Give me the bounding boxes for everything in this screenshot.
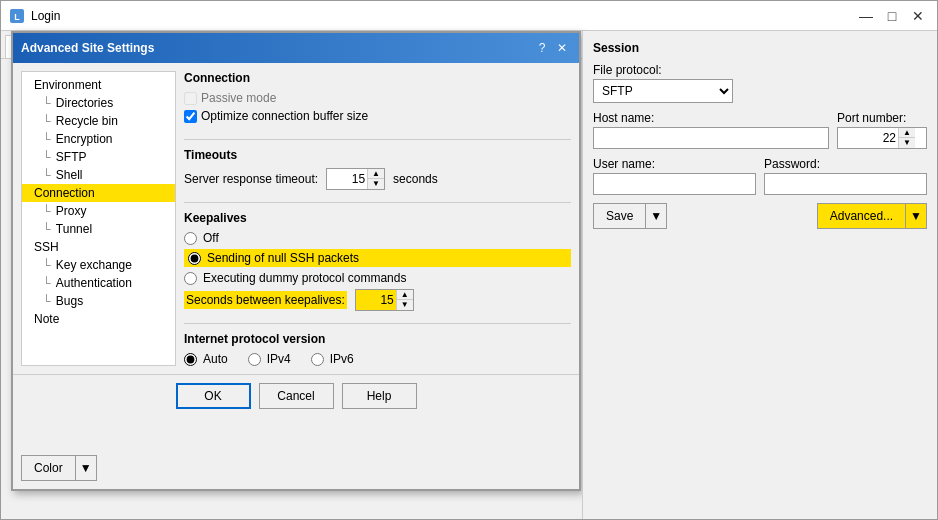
nav-sftp[interactable]: └ SFTP bbox=[22, 148, 175, 166]
keepalive-seconds-spinbtns: ▲ ▼ bbox=[396, 290, 413, 310]
maximize-button[interactable]: □ bbox=[881, 5, 903, 27]
advanced-button[interactable]: Advanced... ▼ bbox=[817, 203, 927, 229]
port-up[interactable]: ▲ bbox=[899, 128, 915, 138]
keepalive-seconds-spinner: 15 ▲ ▼ bbox=[355, 289, 414, 311]
user-name-input[interactable] bbox=[593, 173, 756, 195]
ok-button[interactable]: OK bbox=[176, 383, 251, 409]
ip-v4-label: IPv4 bbox=[248, 352, 291, 366]
keepalives-section: Keepalives Off Sending of null SSH packe… bbox=[184, 202, 571, 311]
passive-mode-checkbox[interactable] bbox=[184, 92, 197, 105]
nav-authentication-label: Authentication bbox=[56, 276, 132, 290]
svg-text:L: L bbox=[14, 12, 20, 22]
keepalive-seconds-label: Seconds between keepalives: bbox=[184, 291, 347, 309]
color-button[interactable]: Color ▼ bbox=[21, 455, 97, 481]
password-field: Password: bbox=[764, 157, 927, 195]
color-btn-arrow[interactable]: ▼ bbox=[75, 456, 96, 480]
ip-v4-text: IPv4 bbox=[267, 352, 291, 366]
main-content: Advanced Site Settings ? ✕ Environment └… bbox=[1, 59, 937, 519]
optimize-row: Optimize connection buffer size bbox=[184, 109, 571, 123]
nav-environment-label: Environment bbox=[34, 78, 101, 92]
help-button[interactable]: Help bbox=[342, 383, 417, 409]
file-protocol-row: File protocol: SFTP FTP SCP WebDAV S3 bbox=[593, 63, 927, 103]
save-btn-label: Save bbox=[594, 209, 645, 223]
close-window-button[interactable]: ✕ bbox=[907, 5, 929, 27]
session-action-row: Save ▼ Advanced... ▼ bbox=[593, 203, 927, 229]
nav-directories-label: Directories bbox=[56, 96, 113, 110]
keepalives-title: Keepalives bbox=[184, 211, 571, 225]
nav-bugs[interactable]: └ Bugs bbox=[22, 292, 175, 310]
connection-section-title: Connection bbox=[184, 71, 571, 85]
nav-shell-label: Shell bbox=[56, 168, 83, 182]
optimize-checkbox[interactable] bbox=[184, 110, 197, 123]
window-title: Login bbox=[31, 9, 855, 23]
port-down[interactable]: ▼ bbox=[899, 138, 915, 148]
passive-mode-row: Passive mode bbox=[184, 91, 571, 105]
nav-proxy-label: Proxy bbox=[56, 204, 87, 218]
nav-key-exchange[interactable]: └ Key exchange bbox=[22, 256, 175, 274]
timeouts-section: Timeouts Server response timeout: 15 ▲ ▼… bbox=[184, 139, 571, 190]
file-protocol-select[interactable]: SFTP FTP SCP WebDAV S3 bbox=[593, 79, 733, 103]
advanced-settings-dialog: Advanced Site Settings ? ✕ Environment └… bbox=[11, 59, 581, 491]
nav-authentication[interactable]: └ Authentication bbox=[22, 274, 175, 292]
ip-radio-group: Auto IPv4 IPv6 bbox=[184, 352, 571, 366]
nav-tree: Environment └ Directories └ Recycle bin … bbox=[21, 71, 176, 366]
nav-shell[interactable]: └ Shell bbox=[22, 166, 175, 184]
keepalive-null-radio[interactable] bbox=[188, 252, 201, 265]
host-name-field: Host name: bbox=[593, 111, 829, 149]
seconds-label: seconds bbox=[393, 172, 438, 186]
ip-auto-radio[interactable] bbox=[184, 353, 197, 366]
keepalive-off-radio[interactable] bbox=[184, 232, 197, 245]
outer-window: L Login — □ ✕ S New Site ✕ ▲ Advanced Si… bbox=[0, 0, 938, 520]
content-panel: Connection Passive mode Optimize connect… bbox=[184, 71, 571, 366]
keepalive-off-text: Off bbox=[203, 231, 219, 245]
session-panel: Session File protocol: SFTP FTP SCP WebD… bbox=[582, 59, 937, 519]
file-protocol-label: File protocol: bbox=[593, 63, 927, 77]
ip-section: Internet protocol version Auto IPv4 bbox=[184, 323, 571, 366]
nav-tunnel-label: Tunnel bbox=[56, 222, 92, 236]
nav-recycle-bin-label: Recycle bin bbox=[56, 114, 118, 128]
nav-bugs-label: Bugs bbox=[56, 294, 83, 308]
save-button[interactable]: Save ▼ bbox=[593, 203, 667, 229]
nav-ssh[interactable]: SSH bbox=[22, 238, 175, 256]
timeouts-title: Timeouts bbox=[184, 148, 571, 162]
nav-environment[interactable]: Environment bbox=[22, 76, 175, 94]
server-response-spinbtns: ▲ ▼ bbox=[367, 169, 384, 189]
keepalive-seconds-up[interactable]: ▲ bbox=[397, 290, 413, 300]
keepalive-seconds-down[interactable]: ▼ bbox=[397, 300, 413, 310]
nav-connection-label: Connection bbox=[34, 186, 95, 200]
nav-tunnel[interactable]: └ Tunnel bbox=[22, 220, 175, 238]
nav-note[interactable]: Note bbox=[22, 310, 175, 328]
app-icon: L bbox=[9, 8, 25, 24]
nav-ssh-label: SSH bbox=[34, 240, 59, 254]
ip-v6-radio[interactable] bbox=[311, 353, 324, 366]
dialog-footer: Color ▼ OK Cancel Help bbox=[13, 374, 579, 417]
nav-connection[interactable]: Connection bbox=[22, 184, 175, 202]
password-input[interactable] bbox=[764, 173, 927, 195]
keepalive-seconds-input[interactable]: 15 bbox=[356, 290, 396, 310]
port-number-label: Port number: bbox=[837, 111, 927, 125]
host-name-input[interactable] bbox=[593, 127, 829, 149]
nav-directories[interactable]: └ Directories bbox=[22, 94, 175, 112]
title-bar: L Login — □ ✕ bbox=[1, 1, 937, 31]
server-response-row: Server response timeout: 15 ▲ ▼ seconds bbox=[184, 168, 571, 190]
server-response-down[interactable]: ▼ bbox=[368, 179, 384, 189]
ip-v4-radio[interactable] bbox=[248, 353, 261, 366]
cancel-button[interactable]: Cancel bbox=[259, 383, 334, 409]
nav-recycle-bin[interactable]: └ Recycle bin bbox=[22, 112, 175, 130]
password-label: Password: bbox=[764, 157, 927, 171]
ip-section-title: Internet protocol version bbox=[184, 332, 571, 346]
minimize-button[interactable]: — bbox=[855, 5, 877, 27]
advanced-btn-arrow[interactable]: ▼ bbox=[905, 204, 926, 228]
port-input[interactable]: 22 bbox=[838, 128, 898, 148]
keepalive-dummy-text: Executing dummy protocol commands bbox=[203, 271, 406, 285]
keepalive-dummy-radio[interactable] bbox=[184, 272, 197, 285]
keepalive-null-label: Sending of null SSH packets bbox=[184, 249, 571, 267]
nav-proxy[interactable]: └ Proxy bbox=[22, 202, 175, 220]
server-response-input[interactable]: 15 bbox=[327, 169, 367, 189]
nav-encryption[interactable]: └ Encryption bbox=[22, 130, 175, 148]
save-btn-arrow[interactable]: ▼ bbox=[645, 204, 666, 228]
port-number-field: Port number: 22 ▲ ▼ bbox=[837, 111, 927, 149]
nav-encryption-label: Encryption bbox=[56, 132, 113, 146]
server-response-up[interactable]: ▲ bbox=[368, 169, 384, 179]
user-name-field: User name: bbox=[593, 157, 756, 195]
